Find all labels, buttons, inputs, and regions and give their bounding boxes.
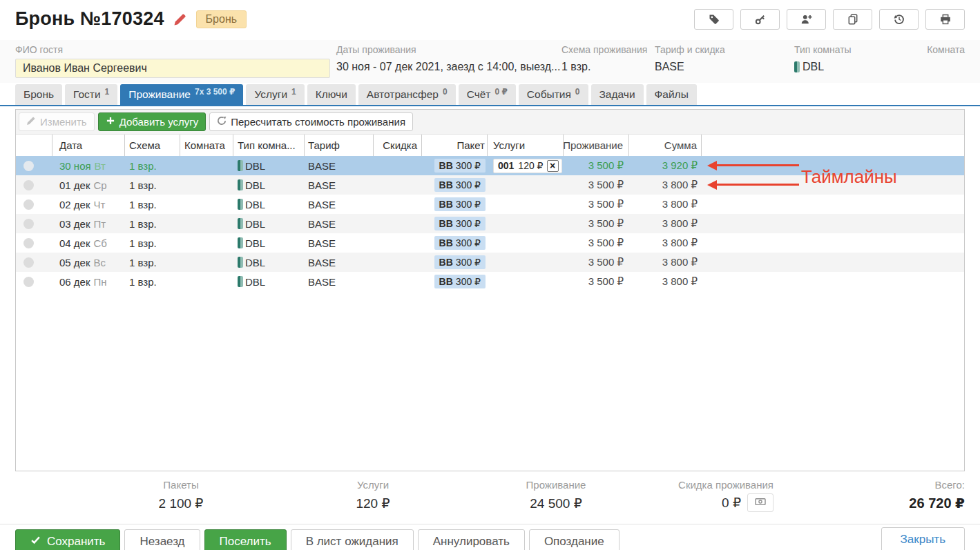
guest-name-input[interactable] [15,59,330,78]
table-row[interactable]: 04 декСб1 взр.DBLBASEBB300 ₽3 500 ₽3 800… [16,233,964,253]
discount-cell [374,214,422,233]
tariff-cell: BASE [305,214,374,233]
discount-cell [374,272,422,291]
tab-label: Задачи [599,88,635,101]
table-row[interactable]: 03 декПт1 взр.DBLBASEBB300 ₽3 500 ₽3 800… [16,214,964,233]
stay-price-cell: 3 500 ₽ [564,272,629,291]
tab-label: Автотрансфер [367,88,439,101]
room-cell [180,156,233,175]
row-select-radio[interactable] [16,156,52,175]
date-cell: 05 декВс [52,253,125,272]
waitlist-button[interactable]: В лист ожидания [291,529,414,550]
row-select-radio[interactable] [16,253,52,272]
row-select-radio[interactable] [16,175,52,195]
package-badge[interactable]: BB300 ₽ [434,178,486,192]
check-in-button[interactable]: Поселить [204,529,287,550]
key-button[interactable] [740,9,780,30]
stay-dates-field: Даты проживания 30 ноя - 07 дек 2021, за… [336,44,560,73]
room-type-icon [238,160,243,171]
tag-icon [709,14,720,25]
tab-label: Счёт [467,88,491,101]
button-label: Поселить [220,535,271,549]
tab-guests[interactable]: Гости1 [65,84,117,105]
package-badge[interactable]: BB300 ₽ [434,236,486,250]
close-button[interactable]: Закрыть [881,527,965,550]
day-of-week: Вс [94,257,106,268]
cancel-button[interactable]: Аннулировать [418,529,525,550]
column-header: Сумма [629,135,702,156]
button-label: Сохранить [47,535,105,549]
services-cell: 001120 ₽ [488,156,564,175]
discount-cell [374,253,422,272]
radio-circle-icon [23,238,34,248]
tab-stay[interactable]: Проживание7x 3 500 ₽ [120,84,243,105]
button-label: Незаезд [140,535,184,549]
package-badge[interactable]: BB300 ₽ [434,255,486,269]
package-cell: BB300 ₽ [422,233,488,253]
add-guest-button[interactable] [787,9,826,30]
room-type-cell: DBL [233,233,305,253]
row-select-radio[interactable] [16,272,52,291]
header-toolbar [694,9,965,30]
tag-button[interactable] [694,9,733,30]
package-badge[interactable]: BB300 ₽ [434,217,486,230]
guest-name-field: ФИО гостя [15,44,330,78]
add-guest-icon [801,14,812,25]
print-icon [940,14,951,25]
refresh-icon [217,116,227,128]
room-type-cell: DBL [233,156,305,175]
radio-circle-icon [23,277,34,287]
scheme-cell: 1 взр. [125,253,180,272]
late-button[interactable]: Опоздание [529,529,619,550]
package-badge[interactable]: BB300 ₽ [434,159,486,173]
table-row[interactable]: 06 декПн1 взр.DBLBASEBB300 ₽3 500 ₽3 800… [16,272,964,291]
discount-cell [374,233,422,253]
tab-keys[interactable]: Ключи [307,84,356,105]
tab-tasks[interactable]: Задачи [591,84,644,105]
row-select-radio[interactable] [16,195,52,214]
no-show-button[interactable]: Незаезд [124,529,200,550]
tab-invoice[interactable]: Счёт0 ₽ [459,84,516,105]
recalculate-button[interactable]: Пересчитать стоимость проживания [209,112,413,131]
button-label: Опоздание [544,535,604,549]
package-badge[interactable]: BB300 ₽ [434,197,486,211]
tab-transfer[interactable]: Автотрансфер0 [358,84,456,105]
row-select-radio[interactable] [16,214,52,233]
radio-circle-icon [23,219,34,229]
column-header: Услуги [488,135,564,156]
tab-events[interactable]: События0 [519,84,588,105]
date-cell: 02 декЧт [52,195,125,214]
remove-service-button[interactable] [547,160,559,172]
package-cell: BB300 ₽ [422,195,488,214]
table-row[interactable]: 02 декЧт1 взр.DBLBASEBB300 ₽3 500 ₽3 800… [16,195,964,214]
tab-services[interactable]: Услуги1 [246,84,304,105]
copy-button[interactable] [833,9,872,30]
tariff-cell: BASE [305,233,374,253]
print-button[interactable] [925,9,965,30]
row-select-radio[interactable] [16,233,52,253]
table-row[interactable]: 05 декВс1 взр.DBLBASEBB300 ₽3 500 ₽3 800… [16,253,964,272]
save-button[interactable]: Сохранить [15,529,120,550]
discount-money-button[interactable] [747,493,774,512]
radio-circle-icon [23,257,34,268]
package-badge[interactable]: BB300 ₽ [434,275,486,288]
service-badge[interactable]: 001120 ₽ [493,159,562,173]
sum-cell: 3 800 ₽ [629,195,702,214]
tab-files[interactable]: Файлы [646,84,697,105]
edit-title-button[interactable] [173,12,187,26]
scheme-cell: 1 взр. [125,156,180,175]
room-cell [180,175,233,195]
date-cell: 01 декСр [52,175,125,195]
column-header: Комната [180,135,233,156]
edit-button[interactable]: Изменить [19,112,95,131]
scheme-cell: 1 взр. [125,175,180,195]
key-icon [755,14,766,25]
tab-count: 0 ₽ [494,87,507,97]
tab-bron[interactable]: Бронь [15,84,62,105]
annotation-arrow-1 [716,164,799,166]
add-service-button[interactable]: Добавить услугу [98,112,206,131]
history-button[interactable] [879,9,919,30]
stay-dates-value: 30 ноя - 07 дек 2021, заезд с 14:00, вые… [336,61,560,73]
radio-circle-icon [23,161,34,171]
room-type-field: Тип комнаты DBL [794,44,852,73]
